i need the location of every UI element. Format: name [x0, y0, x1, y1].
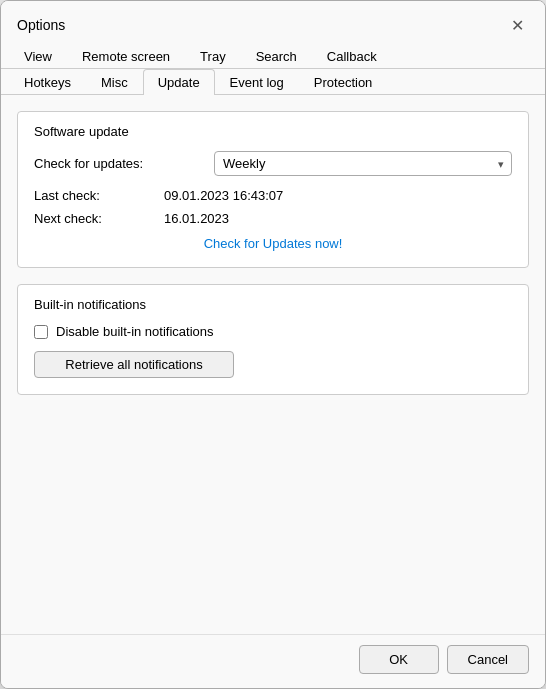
cancel-button[interactable]: Cancel [447, 645, 529, 674]
tab-search[interactable]: Search [241, 43, 312, 69]
check-frequency-select-wrapper: Never Daily Weekly Monthly ▾ [214, 151, 512, 176]
tab-update[interactable]: Update [143, 69, 215, 95]
notifications-label: Built-in notifications [34, 297, 512, 312]
disable-notifications-label: Disable built-in notifications [56, 324, 214, 339]
options-window: Options ✕ View Remote screen Tray Search… [0, 0, 546, 689]
tab-protection[interactable]: Protection [299, 69, 388, 95]
check-frequency-select[interactable]: Never Daily Weekly Monthly [214, 151, 512, 176]
content-area: Software update Check for updates: Never… [1, 95, 545, 634]
window-title: Options [17, 17, 65, 33]
disable-notifications-checkbox[interactable] [34, 325, 48, 339]
tab-remote-screen[interactable]: Remote screen [67, 43, 185, 69]
software-update-label: Software update [34, 124, 512, 139]
next-check-row: Next check: 16.01.2023 [34, 211, 512, 226]
notifications-section: Built-in notifications Disable built-in … [17, 284, 529, 395]
last-check-label: Last check: [34, 188, 164, 203]
check-frequency-label: Check for updates: [34, 156, 214, 171]
tab-tray[interactable]: Tray [185, 43, 241, 69]
retrieve-notifications-button[interactable]: Retrieve all notifications [34, 351, 234, 378]
tabs-row-1: View Remote screen Tray Search Callback [1, 43, 545, 69]
next-check-label: Next check: [34, 211, 164, 226]
tab-hotkeys[interactable]: Hotkeys [9, 69, 86, 95]
tab-callback[interactable]: Callback [312, 43, 392, 69]
last-check-value: 09.01.2023 16:43:07 [164, 188, 283, 203]
close-button[interactable]: ✕ [505, 13, 529, 37]
tab-misc[interactable]: Misc [86, 69, 143, 95]
footer: OK Cancel [1, 634, 545, 688]
tabs-row-2: Hotkeys Misc Update Event log Protection [1, 69, 545, 95]
next-check-value: 16.01.2023 [164, 211, 229, 226]
check-frequency-row: Check for updates: Never Daily Weekly Mo… [34, 151, 512, 176]
tab-event-log[interactable]: Event log [215, 69, 299, 95]
disable-notifications-row: Disable built-in notifications [34, 324, 512, 339]
last-check-row: Last check: 09.01.2023 16:43:07 [34, 188, 512, 203]
ok-button[interactable]: OK [359, 645, 439, 674]
check-now-link[interactable]: Check for Updates now! [34, 236, 512, 251]
tab-view[interactable]: View [9, 43, 67, 69]
software-update-section: Software update Check for updates: Never… [17, 111, 529, 268]
title-bar: Options ✕ [1, 1, 545, 37]
